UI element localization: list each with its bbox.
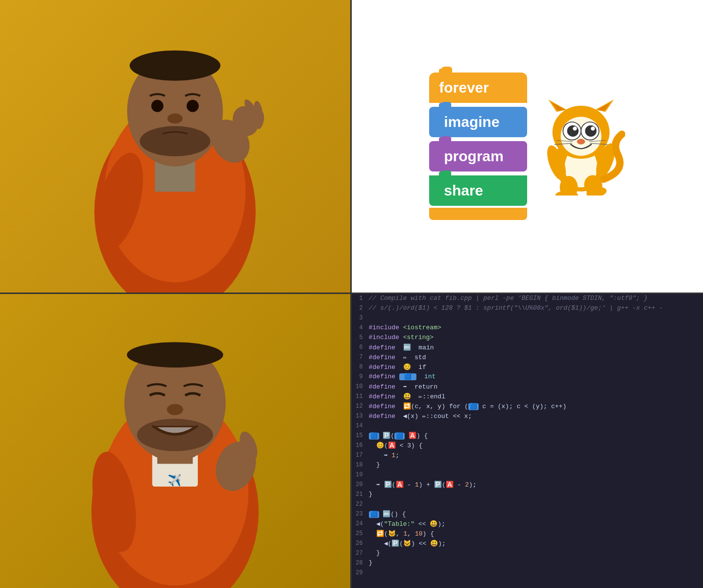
svg-point-27 — [573, 126, 577, 130]
svg-rect-50 — [226, 456, 251, 476]
svg-point-5 — [151, 100, 164, 112]
code-line-24: 24 ◀️("Table:" << 😃); — [352, 519, 703, 529]
code-line-26: 26 ◀️(🅿️(🐱) << 😃); — [352, 539, 703, 549]
svg-point-6 — [187, 100, 199, 112]
scratch-content: forever imagine program share — [419, 63, 635, 230]
svg-point-46 — [167, 404, 183, 415]
code-line-29: 29 — [352, 568, 703, 578]
scratch-share-label: share — [444, 182, 483, 199]
code-line-9: 9 #define 🟦 int — [352, 372, 703, 382]
scratch-forever-label: forever — [439, 79, 489, 96]
code-line-25: 25 🔁(🐱, 1, 10) { — [352, 529, 703, 539]
code-line-11: 11 #define 😃 ✏️::endl — [352, 392, 703, 402]
code-editor-quadrant: 1 // Compile with cat fib.cpp | perl -pe… — [352, 294, 703, 588]
svg-point-45 — [127, 342, 223, 368]
code-line-12: 12 #define 🔁(c, x, y) for (🟦 c = (x); c … — [352, 402, 703, 412]
code-line-7: 7 #define ✏️ std — [352, 353, 703, 363]
code-line-1: 1 // Compile with cat fib.cpp | perl -pe… — [352, 294, 703, 304]
scratch-quadrant: forever imagine program share — [352, 0, 703, 294]
code-line-21: 21 } — [352, 490, 703, 500]
code-line-14: 14 — [352, 421, 703, 431]
code-line-5: 5 #include <string> — [352, 333, 703, 343]
scratch-block-program: program — [429, 141, 527, 172]
code-line-17: 17 ➡️ 1; — [352, 451, 703, 461]
code-line-3: 3 — [352, 314, 703, 323]
code-line-19: 19 — [352, 470, 703, 480]
code-line-2: 2 // s/(.)/ord($1) < 128 ? $1 : sprintf(… — [352, 304, 703, 314]
code-line-20: 20 ➡️ 🅿️(🅰️ - 1) + 🅿️(🅰️ - 2); — [352, 480, 703, 490]
code-line-16: 16 😊(🅰️ < 3) { — [352, 441, 703, 451]
code-line-4: 4 #include <iostream> — [352, 323, 703, 333]
drake-disapproval-quadrant — [0, 0, 352, 294]
svg-point-28 — [591, 126, 595, 130]
scratch-block-imagine: imagine — [429, 107, 527, 137]
code-line-13: 13 #define ◀️(x) ✏️::cout << x; — [352, 412, 703, 421]
scratch-block-share: share — [429, 175, 527, 206]
code-line-27: 27 } — [352, 549, 703, 559]
code-line-28: 28 } — [352, 559, 703, 568]
svg-point-4 — [130, 50, 220, 81]
scratch-imagine-label: imagine — [444, 114, 499, 130]
scratch-block-forever: forever — [429, 73, 527, 103]
svg-point-7 — [168, 114, 183, 124]
scratch-blocks-list: forever imagine program share — [429, 73, 527, 220]
code-line-6: 6 #define 🔤 main — [352, 343, 703, 353]
code-editor: 1 // Compile with cat fib.cpp | perl -pe… — [352, 294, 703, 588]
code-line-8: 8 #define 😊 if — [352, 363, 703, 372]
svg-text:✈️: ✈️ — [168, 473, 182, 487]
code-line-23: 23 🟦 🔤() { — [352, 510, 703, 519]
svg-point-8 — [140, 126, 210, 156]
scratch-program-label: program — [444, 148, 504, 165]
code-line-10: 10 #define ➡️ return — [352, 382, 703, 392]
drake-approval-image: ✈️ — [0, 294, 350, 588]
code-line-18: 18 } — [352, 461, 703, 470]
scratch-cat — [537, 98, 625, 196]
svg-point-47 — [137, 418, 213, 451]
svg-point-29 — [577, 139, 585, 145]
drake-disapproval-image — [0, 0, 350, 293]
drake-approval-quadrant: ✈️ — [0, 294, 352, 588]
svg-point-25 — [567, 125, 579, 136]
svg-point-26 — [585, 125, 597, 136]
code-line-15: 15 🟦 🅿️(🟦 🅰️) { — [352, 431, 703, 441]
code-line-22: 22 — [352, 500, 703, 510]
